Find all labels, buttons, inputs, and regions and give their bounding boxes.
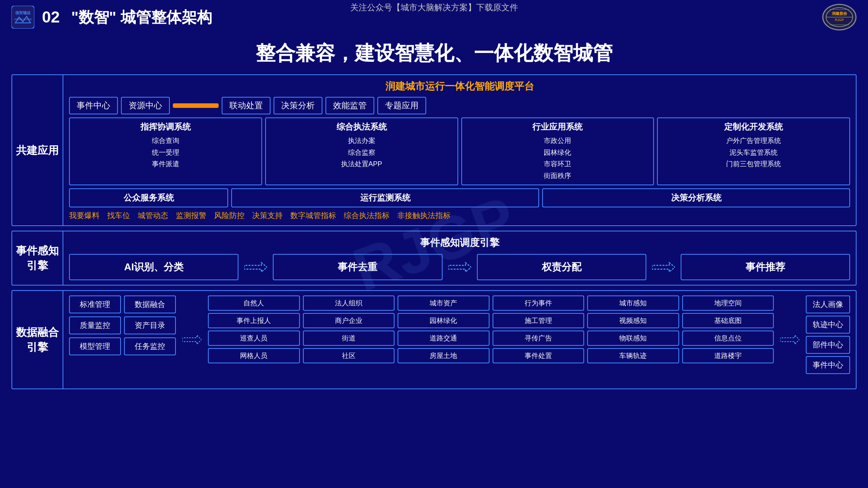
engine-assign[interactable]: 权责分配 [477,254,646,280]
data-garden[interactable]: 园林绿化 [398,313,490,328]
data-right-outputs: 法人画像 轨迹中心 部件中心 事件中心 [806,295,850,384]
link-support[interactable]: 决策支持 [252,210,283,221]
content-area: 共建应用 润建城市运行一体化智能调度平台 事件中心 资源中心 联动处置 决策分析… [0,74,868,389]
data-header-row: 自然人 法人组织 城市资产 行为事件 城市感知 地理空间 [208,295,774,311]
svg-rect-0 [11,6,34,29]
data-event[interactable]: 行为事件 [493,295,585,311]
subsystem-custom-items: 户外广告管理系统泥头车监管系统门前三包管理系统 [662,135,845,170]
data-middle-grid: 自然人 法人组织 城市资产 行为事件 城市感知 地理空间 事件上报人 商户企业 … [208,295,774,384]
link-contactless[interactable]: 非接触执法指标 [397,210,451,221]
link-digital[interactable]: 数字城管指标 [290,210,336,221]
link-risk[interactable]: 风险防控 [214,210,245,221]
section-body-1: 润建城市运行一体化智能调度平台 事件中心 资源中心 联动处置 决策分析 效能监管… [63,75,856,225]
section-label-2: 事件感知引擎 [12,231,63,285]
data-street[interactable]: 街道 [303,331,395,346]
header-title: "数智" 城管整体架构 [71,7,212,28]
subsystem-command: 指挥协调系统 综合查询统一受理事件派遣 [69,117,262,185]
arrow-3 [652,260,675,275]
data-out-legal[interactable]: 法人画像 [806,295,850,313]
svg-text:RJGP: RJGP [835,18,844,22]
btn-efficiency[interactable]: 效能监管 [325,97,374,114]
btn-orange-active[interactable] [173,103,219,108]
section-gongjianyingyong: 共建应用 润建城市运行一体化智能调度平台 事件中心 资源中心 联动处置 决策分析… [11,74,857,226]
subsystem-industry-items: 市政公用园林绿化市容环卫街面秩序 [467,135,649,181]
subsystem-industry: 行业应用系统 市政公用园林绿化市容环卫街面秩序 [461,117,654,185]
btn-event-center[interactable]: 事件中心 [69,97,118,114]
main-title: 整合兼容，建设智慧化、一体化数智城管 [0,34,868,74]
btn-decision[interactable]: 决策分析 [274,97,322,114]
data-out-track[interactable]: 轨迹中心 [806,316,850,334]
data-grid[interactable]: 网格人员 [208,348,300,363]
data-natural[interactable]: 自然人 [208,295,300,311]
data-btn-model[interactable]: 模型管理 [69,337,121,355]
data-community[interactable]: 社区 [303,348,395,363]
data-btn-asset[interactable]: 资产目录 [124,316,176,334]
svg-marker-11 [448,263,471,272]
data-left-row-3: 模型管理 任务监控 [69,337,176,355]
data-btn-standard[interactable]: 标准管理 [69,295,121,313]
section-label-1: 共建应用 [12,75,63,225]
svg-marker-12 [652,263,675,272]
data-btn-fusion[interactable]: 数据融合 [124,295,176,313]
data-reporter[interactable]: 事件上报人 [208,313,300,328]
engine-dedup[interactable]: 事件去重 [273,254,442,280]
section-label-3: 数据融合引擎 [12,291,63,388]
data-merchant[interactable]: 商户企业 [303,313,395,328]
section-data-fusion: 数据融合引擎 标准管理 数据融合 质量监控 资产目录 模型管理 任务监控 [11,290,857,389]
data-poi[interactable]: 信息点位 [682,331,774,346]
service-decision[interactable]: 决策分析系统 [542,188,850,207]
right-logo: 润建股份 RJGP [822,4,857,30]
link-alert[interactable]: 监测报警 [176,210,206,221]
subsystem-custom: 定制化开发系统 户外广告管理系统泥头车监管系统门前三包管理系统 [657,117,850,185]
data-vehicle[interactable]: 车辆轨迹 [587,348,679,363]
data-left-row-1: 标准管理 数据融合 [69,295,176,313]
engine-flow: AI识别、分类 事件去重 权责分配 [69,254,850,280]
links-row: 我要爆料 找车位 城管动态 监测报警 风险防控 决策支持 数字城管指标 综合执法… [69,210,850,221]
platform-title: 润建城市运行一体化智能调度平台 [69,80,850,93]
service-public[interactable]: 公众服务系统 [69,188,228,207]
data-construction[interactable]: 施工管理 [493,313,585,328]
data-out-event[interactable]: 事件中心 [806,356,850,374]
data-land[interactable]: 房屋土地 [398,348,490,363]
data-inspector[interactable]: 巡查人员 [208,331,300,346]
btn-linkage[interactable]: 联动处置 [222,97,271,114]
btn-resource-center[interactable]: 资源中心 [121,97,170,114]
svg-text:润建股份: 润建股份 [832,11,847,16]
data-event-handle[interactable]: 事件处置 [493,348,585,363]
btn-special-app[interactable]: 专题应用 [377,97,426,114]
service-monitor[interactable]: 运行监测系统 [231,188,539,207]
subsystem-command-items: 综合查询统一受理事件派遣 [74,135,257,170]
data-legal[interactable]: 法人组织 [303,295,395,311]
data-ad[interactable]: 寻传广告 [493,331,585,346]
data-row-3: 网格人员 社区 房屋土地 事件处置 车辆轨迹 道路楼宇 [208,348,774,363]
data-basemap[interactable]: 基础底图 [682,313,774,328]
engine-title: 事件感知调度引擎 [69,236,850,249]
data-building[interactable]: 道路楼宇 [682,348,774,363]
data-arrow-right [778,295,801,384]
data-road[interactable]: 道路交通 [398,331,490,346]
data-row-1: 事件上报人 商户企业 园林绿化 施工管理 视频感知 基础底图 [208,313,774,328]
nav-btn-row: 事件中心 资源中心 联动处置 决策分析 效能监管 专题应用 [69,97,850,114]
data-left-row-2: 质量监控 资产目录 [69,316,176,334]
data-btn-quality[interactable]: 质量监控 [69,316,121,334]
service-row: 公众服务系统 运行监测系统 决策分析系统 [69,188,850,207]
data-iot[interactable]: 物联感知 [587,331,679,346]
company-logo-icon: 信安瑞达 XIMAN RUIDA [11,6,34,29]
link-parking[interactable]: 找车位 [107,210,130,221]
data-city-asset[interactable]: 城市资产 [398,295,490,311]
header: 信安瑞达 XIMAN RUIDA 02 "数智" 城管整体架构 润建股份 RJG… [0,0,868,34]
data-video[interactable]: 视频感知 [587,313,679,328]
data-out-parts[interactable]: 部件中心 [806,336,850,354]
svg-text:信安瑞达: 信安瑞达 [15,11,31,15]
subsystems-row: 指挥协调系统 综合查询统一受理事件派遣 综合执法系统 执法办案综合监察执法处置A… [69,117,850,185]
svg-marker-10 [244,263,267,272]
engine-ai[interactable]: AI识别、分类 [69,254,238,280]
engine-recommend[interactable]: 事件推荐 [681,254,850,280]
data-geo[interactable]: 地理空间 [682,295,774,311]
data-city-sense[interactable]: 城市感知 [587,295,679,311]
data-btn-task[interactable]: 任务监控 [124,337,176,355]
link-enforcement-idx[interactable]: 综合执法指标 [344,210,390,221]
link-dynamic[interactable]: 城管动态 [138,210,168,221]
link-report[interactable]: 我要爆料 [69,210,100,221]
arrow-1 [244,260,267,275]
